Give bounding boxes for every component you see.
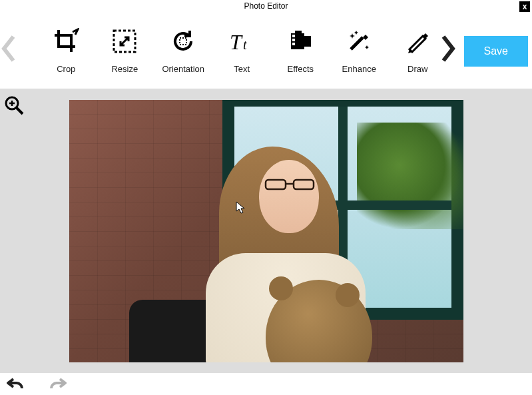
chevron-right-icon bbox=[441, 35, 455, 62]
undo-button[interactable] bbox=[7, 376, 25, 395]
zoom-in-button[interactable] bbox=[4, 95, 24, 118]
tool-effects-label: Effects bbox=[288, 64, 314, 74]
tool-resize-label: Resize bbox=[111, 64, 138, 74]
svg-rect-6 bbox=[292, 39, 295, 41]
svg-rect-15 bbox=[294, 180, 314, 189]
tool-crop-label: Crop bbox=[57, 64, 75, 74]
svg-rect-9 bbox=[295, 31, 302, 35]
tool-orientation-label: Orientation bbox=[162, 64, 204, 74]
redo-icon bbox=[48, 376, 67, 392]
svg-rect-1 bbox=[180, 38, 186, 45]
text-icon: Tt bbox=[228, 28, 255, 55]
app-title: Photo Editor bbox=[244, 1, 288, 11]
zoom-in-icon bbox=[4, 95, 24, 115]
titlebar: Photo Editor x bbox=[0, 0, 532, 13]
chevron-left-icon bbox=[1, 35, 16, 62]
tool-resize[interactable]: Resize bbox=[101, 28, 148, 74]
prev-tools-button[interactable] bbox=[1, 35, 16, 67]
photo-canvas[interactable] bbox=[69, 100, 463, 362]
canvas-area bbox=[0, 89, 532, 373]
resize-icon bbox=[111, 28, 138, 55]
tool-draw[interactable]: Draw bbox=[394, 28, 441, 74]
tool-crop[interactable]: Crop bbox=[43, 28, 89, 74]
svg-rect-7 bbox=[292, 43, 295, 45]
tool-enhance[interactable]: Enhance bbox=[336, 28, 382, 74]
svg-rect-14 bbox=[266, 180, 286, 189]
tool-draw-label: Draw bbox=[407, 64, 427, 74]
close-button[interactable]: x bbox=[519, 1, 530, 12]
toolbar: Crop Resize Orientation Tt Text Effects bbox=[0, 13, 532, 89]
svg-text:T: T bbox=[230, 30, 243, 54]
tool-effects[interactable]: Effects bbox=[277, 28, 324, 74]
effects-icon bbox=[287, 28, 314, 55]
tool-text-label: Text bbox=[234, 64, 250, 74]
crop-icon bbox=[53, 28, 79, 55]
tool-orientation[interactable]: Orientation bbox=[160, 28, 206, 74]
tools-group: Crop Resize Orientation Tt Text Effects bbox=[16, 28, 441, 74]
save-button[interactable]: Save bbox=[464, 36, 528, 67]
next-tools-button[interactable] bbox=[441, 35, 455, 67]
draw-icon bbox=[404, 28, 431, 55]
svg-text:t: t bbox=[243, 37, 247, 52]
bottombar bbox=[0, 373, 532, 395]
tool-enhance-label: Enhance bbox=[342, 64, 376, 74]
svg-rect-5 bbox=[292, 35, 295, 37]
undo-icon bbox=[7, 376, 25, 392]
tool-text[interactable]: Tt Text bbox=[218, 28, 265, 74]
orientation-icon bbox=[170, 28, 196, 55]
svg-line-11 bbox=[17, 108, 23, 114]
enhance-icon bbox=[346, 28, 372, 55]
svg-rect-8 bbox=[304, 36, 311, 47]
redo-button[interactable] bbox=[48, 376, 67, 395]
